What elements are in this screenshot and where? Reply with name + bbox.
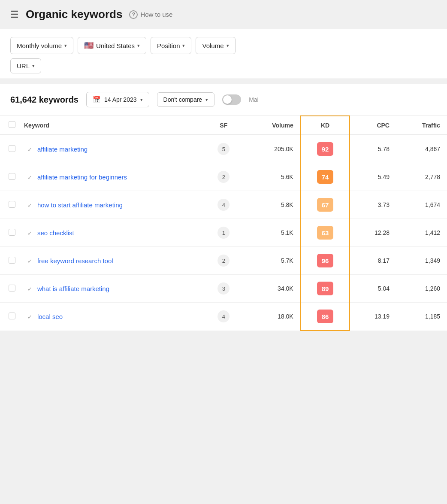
sf-cell: 4: [203, 191, 244, 219]
keyword-link[interactable]: how to start affiliate marketing: [37, 201, 123, 209]
volume-label: Volume: [202, 42, 224, 49]
checkmark-icon: ✓: [24, 230, 36, 237]
row-checkbox[interactable]: [9, 173, 15, 180]
checkmark-icon: ✓: [24, 314, 36, 320]
volume-cell: 205.0K: [244, 135, 301, 163]
volume-cell: 5.1K: [244, 219, 301, 247]
row-checkbox[interactable]: [9, 201, 15, 208]
row-checkbox[interactable]: [9, 285, 15, 291]
volume-cell: 5.7K: [244, 247, 301, 275]
row-checkbox[interactable]: [9, 229, 15, 236]
select-all-header[interactable]: [0, 116, 17, 135]
row-checkbox-cell[interactable]: [0, 247, 17, 275]
select-all-checkbox[interactable]: [9, 121, 15, 128]
keyword-link[interactable]: seo checklist: [37, 229, 74, 237]
checkmark-icon: ✓: [24, 174, 36, 181]
help-button[interactable]: ? How to use: [129, 10, 172, 19]
kd-cell: 89: [301, 275, 350, 303]
kd-cell: 63: [301, 219, 350, 247]
content-area: 61,642 keywords 📅 14 Apr 2023 ▾ Don't co…: [0, 84, 447, 331]
kd-badge: 92: [317, 142, 333, 156]
dropdown-arrow-icon: ▾: [205, 97, 208, 103]
dropdown-arrow-icon: ▾: [227, 43, 229, 49]
traffic-cell: 4,867: [396, 135, 447, 163]
checkmark-icon: ✓: [24, 286, 36, 292]
traffic-cell: 1,185: [396, 303, 447, 331]
row-checkbox-cell[interactable]: [0, 191, 17, 219]
keyword-link[interactable]: affiliate marketing: [37, 146, 88, 153]
volume-cell: 5.6K: [244, 163, 301, 191]
table-row: ✓ seo checklist 1 5.1K 63 12.28 1,412: [0, 219, 447, 247]
row-checkbox-cell[interactable]: [0, 219, 17, 247]
keyword-link[interactable]: free keyword research tool: [37, 257, 113, 264]
row-checkbox-cell[interactable]: [0, 303, 17, 331]
keyword-link[interactable]: what is affiliate marketing: [37, 285, 109, 292]
dropdown-arrow-icon: ▾: [64, 43, 67, 49]
header: ☰ Organic keywords ? How to use: [0, 0, 447, 29]
cpc-cell: 12.28: [350, 219, 396, 247]
kd-badge: 96: [317, 254, 333, 267]
volume-column-header: Volume: [244, 116, 301, 135]
table-row: ✓ affiliate marketing for beginners 2 5.…: [0, 163, 447, 191]
sf-cell: 5: [203, 135, 244, 163]
menu-icon[interactable]: ☰: [10, 9, 19, 20]
cpc-column-header: CPC: [350, 116, 396, 135]
toggle-switch[interactable]: [222, 94, 241, 105]
traffic-cell: 2,778: [396, 163, 447, 191]
kd-badge: 74: [317, 170, 333, 184]
cpc-cell: 13.19: [350, 303, 396, 331]
sf-badge: 1: [217, 227, 230, 239]
kd-cell: 67: [301, 191, 350, 219]
volume-cell: 5.8K: [244, 191, 301, 219]
table-row: ✓ what is affiliate marketing 3 34.0K 89…: [0, 275, 447, 303]
row-checkbox[interactable]: [9, 313, 15, 319]
table-row: ✓ local seo 4 18.0K 86 13.19 1,185: [0, 303, 447, 331]
date-label: 14 Apr 2023: [104, 96, 137, 103]
dropdown-arrow-icon: ▾: [32, 63, 35, 69]
kd-column-header: KD: [301, 116, 350, 135]
sf-cell: 2: [203, 247, 244, 275]
kd-badge: 67: [317, 198, 333, 212]
keyword-link[interactable]: local seo: [37, 313, 63, 320]
sf-cell: 2: [203, 163, 244, 191]
main-label: Mai: [249, 96, 259, 103]
volume-cell: 34.0K: [244, 275, 301, 303]
keyword-cell: ✓ affiliate marketing: [17, 135, 203, 163]
row-checkbox[interactable]: [9, 145, 15, 152]
keyword-cell: ✓ what is affiliate marketing: [17, 275, 203, 303]
row-checkbox-cell[interactable]: [0, 135, 17, 163]
cpc-cell: 5.04: [350, 275, 396, 303]
country-label: United States: [96, 42, 135, 49]
sf-badge: 2: [217, 255, 230, 267]
volume-filter[interactable]: Volume ▾: [196, 37, 235, 54]
row-checkbox-cell[interactable]: [0, 275, 17, 303]
traffic-cell: 1,412: [396, 219, 447, 247]
help-label: How to use: [140, 11, 172, 18]
table-row: ✓ free keyword research tool 2 5.7K 96 8…: [0, 247, 447, 275]
row-checkbox-cell[interactable]: [0, 163, 17, 191]
dropdown-arrow-icon: ▾: [182, 43, 185, 49]
traffic-cell: 1,674: [396, 191, 447, 219]
url-filter[interactable]: URL ▾: [10, 58, 41, 73]
cpc-cell: 5.49: [350, 163, 396, 191]
traffic-cell: 1,260: [396, 275, 447, 303]
checkmark-icon: ✓: [24, 258, 36, 264]
date-picker-button[interactable]: 📅 14 Apr 2023 ▾: [86, 92, 149, 107]
checkmark-icon: ✓: [24, 202, 36, 209]
traffic-column-header: Traffic: [396, 116, 447, 135]
kd-cell: 74: [301, 163, 350, 191]
sf-badge: 4: [217, 310, 230, 322]
kd-cell: 96: [301, 247, 350, 275]
cpc-cell: 3.73: [350, 191, 396, 219]
country-filter[interactable]: 🇺🇸 United States ▾: [78, 37, 146, 54]
keyword-link[interactable]: affiliate marketing for beginners: [37, 173, 127, 181]
traffic-cell: 1,349: [396, 247, 447, 275]
position-filter[interactable]: Position ▾: [151, 37, 191, 54]
monthly-volume-filter[interactable]: Monthly volume ▾: [10, 37, 73, 54]
kd-cell: 86: [301, 303, 350, 331]
compare-button[interactable]: Don't compare ▾: [157, 92, 215, 107]
table-row: ✓ how to start affiliate marketing 4 5.8…: [0, 191, 447, 219]
compare-label: Don't compare: [163, 96, 202, 103]
dropdown-arrow-icon: ▾: [140, 97, 143, 103]
row-checkbox[interactable]: [9, 257, 15, 264]
